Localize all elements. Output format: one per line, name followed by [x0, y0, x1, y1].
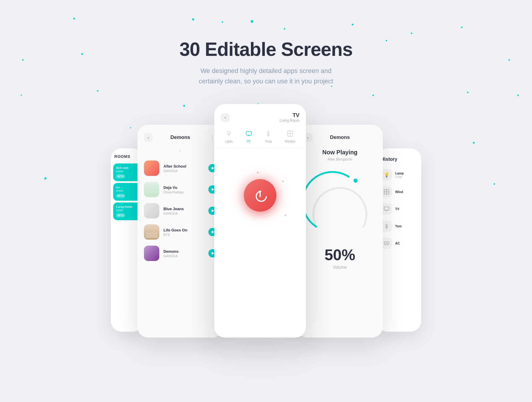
music-thumb-2: [144, 182, 159, 197]
volume-arc-svg: [306, 169, 374, 237]
volume-label: Volume: [297, 265, 383, 270]
history-item-tv: TV: [377, 200, 421, 218]
tv-tab-label: TV: [247, 140, 251, 143]
music-item-3[interactable]: Blue Jeans GANGGA: [137, 200, 223, 221]
history-phone: History 💡 Lamp Living Wind: [377, 148, 421, 332]
decorative-dot: [97, 90, 98, 92]
tv-control-phone: ‹ TV Living Room Lights: [214, 104, 306, 338]
artist-label: Alec Benjamin: [297, 157, 383, 161]
history-item-lamp: 💡 Lamp Living: [377, 166, 421, 183]
tv-screen-title: TV: [230, 112, 299, 119]
hero-title: 30 Editable Screens: [0, 38, 532, 60]
volume-percent: 50%: [297, 246, 383, 264]
history-item-window: Wind: [377, 183, 421, 200]
room-card-bedroom: Bed room Active 26° C: [113, 163, 141, 181]
temp-icon: [265, 130, 272, 138]
decorative-dot: [372, 95, 374, 96]
phones-row: ROOMS Bed room Active 26° C Ice Active 2…: [0, 104, 532, 338]
svg-line-20: [385, 244, 385, 245]
power-button[interactable]: [244, 179, 276, 212]
music-list: After School GANGGA Deja Vu Olivia Rodri…: [137, 158, 223, 338]
svg-point-18: [386, 227, 387, 228]
svg-rect-14: [384, 207, 389, 210]
player-arc-container: [297, 163, 383, 240]
hero-subtitle: We designed highly detailed apps screen …: [0, 66, 532, 86]
tab-window[interactable]: Window: [282, 129, 299, 145]
tab-lights[interactable]: Lights: [222, 129, 236, 145]
room-card-living: Living Room Active 26° C: [113, 202, 141, 220]
music-thumb-3: [144, 203, 159, 218]
decorative-dot: [517, 95, 519, 96]
music-list-phone: ‹ Demons ⋮ ↑ After School GANGGA De: [137, 125, 223, 338]
svg-rect-17: [386, 224, 387, 227]
music-item-4[interactable]: Life Goes On BTS: [137, 221, 223, 243]
temp-tab-label: Temp: [265, 140, 272, 143]
tab-tv[interactable]: TV: [243, 129, 255, 145]
tv-room-label: Living Room: [230, 119, 299, 123]
svg-rect-2: [246, 132, 252, 135]
now-playing-label: Now Playing: [297, 149, 383, 156]
music-item-5[interactable]: Demons GANGGA: [137, 243, 223, 264]
power-glow: [228, 163, 293, 228]
history-item-ac: AC: [377, 235, 421, 252]
music-list-header: ‹ Demons ⋮: [137, 125, 223, 146]
tv-icon: [246, 130, 252, 138]
sort-arrow: ↑: [137, 146, 223, 158]
volume-display: 50% Volume: [297, 246, 383, 270]
tv-back-button[interactable]: ‹: [221, 113, 230, 122]
music-thumb-4: [144, 224, 159, 240]
lights-tab-label: Lights: [225, 140, 233, 143]
history-header: History: [377, 148, 421, 166]
window-icon: [287, 130, 293, 138]
lights-icon: [226, 130, 232, 138]
music-list-title: Demons: [170, 134, 190, 140]
window-tab-label: Window: [285, 140, 296, 143]
tab-temp[interactable]: Temp: [262, 129, 275, 145]
room-card-ice: Ice Active 26° C: [113, 183, 141, 201]
history-item-temp: Tem: [377, 218, 421, 235]
music-player-phone: ‹ Demons Now Playing Alec Benjamin 50% V…: [297, 125, 383, 338]
svg-point-10: [353, 179, 358, 183]
svg-point-0: [227, 132, 230, 134]
tv-power-area: [214, 148, 306, 240]
power-symbol-icon: [254, 189, 266, 201]
hero-section: 30 Editable Screens We designed highly d…: [0, 0, 532, 86]
player-title: Demons: [312, 134, 367, 140]
music-item-2[interactable]: Deja Vu Olivia Rodrigo: [137, 179, 223, 200]
music-thumb-1: [144, 161, 159, 176]
svg-line-21: [388, 244, 388, 245]
player-now-playing: Now Playing Alec Benjamin: [297, 146, 383, 163]
decorative-dot: [21, 95, 22, 96]
player-header: ‹ Demons: [297, 125, 383, 146]
tv-tabs: Lights TV T: [214, 126, 306, 148]
decorative-dot: [467, 92, 468, 93]
tv-header: ‹ TV Living Room: [214, 104, 306, 126]
music-item-1[interactable]: After School GANGGA: [137, 158, 223, 179]
music-thumb-5: [144, 246, 159, 261]
music-back-button[interactable]: ‹: [144, 133, 153, 142]
